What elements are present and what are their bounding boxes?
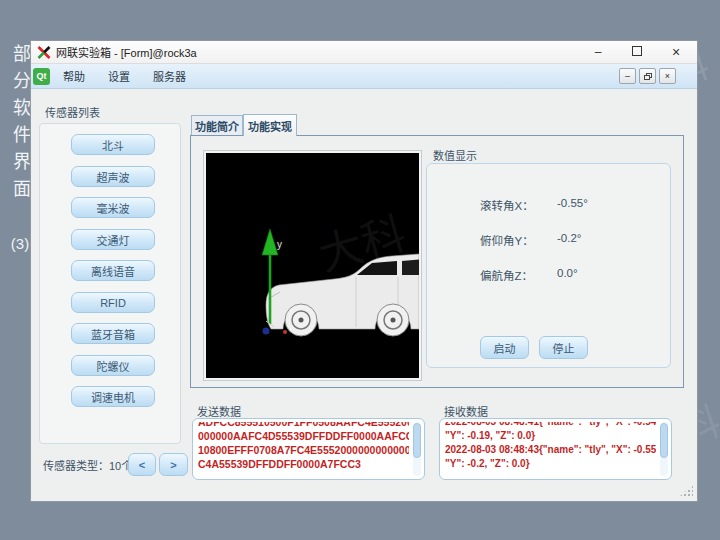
sensor-button-mmwave[interactable]: 毫米波 [71,197,155,218]
maximize-icon[interactable] [630,41,644,64]
resize-grip[interactable] [679,485,693,497]
title-bar: 网联实验箱 - [Form]@rock3a – × [31,41,697,64]
send-data-line: 10800EFFF0708A7FC4E5552000000000000A7F [198,443,409,457]
send-data-line: 000000AAFC4D55539DFFDDFF0000AAFCC6555 [198,429,409,443]
close-icon[interactable]: × [669,41,683,64]
receive-scrollbar[interactable] [660,422,668,476]
yaw-angle-label: 偏航角Z： [480,267,542,283]
sensor-button-ultrasonic[interactable]: 超声波 [71,166,155,187]
send-data-line: ADFCC855510500F1FF0508AAFC4E5552000000 [198,422,409,429]
axis-label-y: y [277,239,282,250]
menu-bar: Qt 帮助 设置 服务器 – × [31,64,697,89]
receive-data-line: 2022-08-03 08:48:43{"name": "tly", "X": … [445,443,656,457]
car-3d-view: 大科 y [206,153,419,378]
sensor-button-offline-voice[interactable]: 离线语音 [71,260,155,281]
mdi-minimize-icon[interactable]: – [619,68,636,84]
car-3d-viewport[interactable]: 大科 y [204,151,421,380]
minimize-icon[interactable]: – [591,41,605,64]
receive-data-box[interactable]: 2022-08-03 08:48:41{"name": "tly", "X": … [439,418,672,480]
tab-function-impl[interactable]: 功能实现 [243,114,297,136]
pitch-angle-label: 俯仰角Y： [480,232,542,248]
qt-icon: Qt [33,68,50,85]
sensor-list-title: 传感器列表 [45,104,100,120]
yaw-angle-value: 0.0° [557,267,627,279]
menu-server[interactable]: 服务器 [150,68,189,84]
receive-data-title: 接收数据 [444,403,488,419]
sensor-button-beidou[interactable]: 北斗 [71,134,155,155]
mdi-restore-icon[interactable] [639,68,656,84]
app-window: 网联实验箱 - [Form]@rock3a – × Qt 帮助 设置 服务器 –… [30,40,698,502]
roll-angle-value: -0.55° [557,197,627,209]
mdi-close-icon[interactable]: × [659,68,676,84]
next-page-button[interactable]: > [159,453,188,476]
window-title: 网联实验箱 - [Form]@rock3a [56,44,197,60]
pitch-angle-value: -0.2° [557,232,627,244]
send-data-line: C4A55539DFFDDFF0000A7FCC3 [198,457,409,471]
sensor-button-rfid[interactable]: RFID [71,292,155,313]
sensor-button-bt-speaker[interactable]: 蓝牙音箱 [71,323,155,344]
tab-function-intro[interactable]: 功能简介 [191,115,243,136]
roll-angle-label: 滚转角X： [480,197,542,213]
menu-help[interactable]: 帮助 [60,68,88,84]
send-data-box[interactable]: ADFCC855510500F1FF0508AAFC4E5552000000 0… [192,418,425,480]
start-button[interactable]: 启动 [480,336,529,359]
sensor-button-gyroscope[interactable]: 陀螺仪 [71,355,155,376]
receive-data-line: "Y": -0.2, "Z": 0.0} [445,457,656,471]
value-display-box: 滚转角X： -0.55° 俯仰角Y： -0.2° 偏航角Z： 0.0° 启动 停… [426,163,671,368]
send-data-title: 发送数据 [197,403,241,419]
send-scrollbar[interactable] [413,422,421,476]
prev-page-button[interactable]: < [128,453,156,476]
sensor-type-count: 传感器类型：10个 [43,457,132,473]
sensor-list-panel: 北斗 超声波 毫米波 交通灯 离线语音 RFID 蓝牙音箱 陀螺仪 调速电机 [39,123,181,444]
sensor-button-speed-motor[interactable]: 调速电机 [71,386,155,407]
value-display-title: 数值显示 [433,147,477,163]
sensor-button-trafficlight[interactable]: 交通灯 [71,229,155,250]
x-logo-icon [37,46,51,59]
receive-data-line: 2022-08-03 08:48:41{"name": "tly", "X": … [445,422,656,429]
slide-background: { "slide": { "caption_cn": "部分软件界面", "ca… [0,0,720,540]
menu-settings[interactable]: 设置 [105,68,133,84]
stop-button[interactable]: 停止 [539,336,588,359]
receive-data-line: "Y": -0.19, "Z": 0.0} [445,429,656,443]
